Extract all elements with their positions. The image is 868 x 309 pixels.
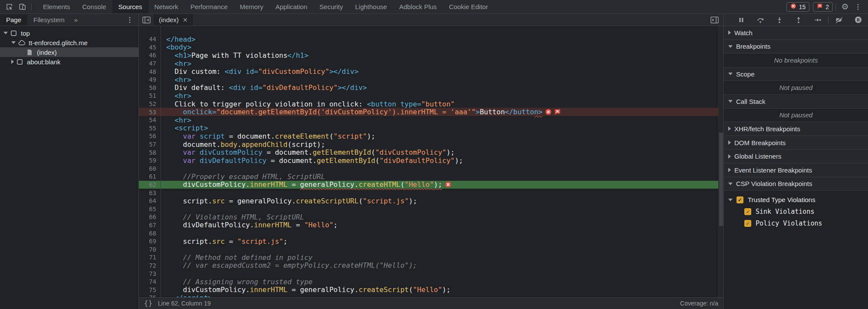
inline-error-icon[interactable]: [545, 109, 552, 115]
code-line-53[interactable]: 53 onclick="document.getElementById('div…: [139, 108, 723, 116]
code-line-54[interactable]: 54 <hr>: [139, 116, 723, 124]
line-number[interactable]: 74: [139, 278, 161, 286]
toggle-debugger-panel-icon[interactable]: [707, 14, 722, 26]
sidebar-section-watch[interactable]: Watch: [724, 26, 868, 40]
panel-tab-console[interactable]: Console: [76, 0, 112, 13]
sidebar-section-dom-breakpoints[interactable]: DOM Breakpoints: [724, 136, 868, 150]
line-number[interactable]: 61: [139, 173, 161, 181]
line-number[interactable]: 63: [139, 189, 161, 197]
checkbox-policy-violations[interactable]: ✓: [744, 220, 751, 227]
code-line-60[interactable]: 60: [139, 165, 723, 173]
line-number[interactable]: 64: [139, 197, 161, 205]
step-out-icon[interactable]: [789, 14, 808, 26]
panel-tab-network[interactable]: Network: [148, 0, 184, 13]
line-number[interactable]: 58: [139, 148, 161, 156]
tree-expander-icon[interactable]: [11, 60, 14, 64]
code-line-72[interactable]: 72 // var escapedCustom2 = emptyPolicy.c…: [139, 262, 723, 270]
panel-tab-elements[interactable]: Elements: [37, 0, 76, 13]
line-number[interactable]: 59: [139, 156, 161, 165]
line-number[interactable]: 47: [139, 60, 161, 68]
line-number[interactable]: 51: [139, 92, 161, 100]
code-line-76[interactable]: 76 </script>: [139, 294, 723, 297]
code-line-70[interactable]: 70: [139, 245, 723, 253]
panel-tab-security[interactable]: Security: [313, 0, 349, 13]
code-line-67[interactable]: 67 divDefaultPolicy.innerHTML = "Hello";: [139, 221, 723, 229]
line-number[interactable]: 48: [139, 67, 161, 76]
code-line-50[interactable]: 50 Div default: <div id="divDefaultPolic…: [139, 84, 723, 92]
line-number[interactable]: 44: [139, 35, 161, 43]
section-expander-icon[interactable]: [728, 100, 733, 103]
sidebar-section-global-listeners[interactable]: Global Listeners: [724, 150, 868, 163]
deactivate-breakpoints-icon[interactable]: [829, 14, 848, 26]
toggle-navigator-panel-icon[interactable]: [139, 14, 154, 26]
code-line-58[interactable]: 58 var divCustomPolicy = document.getEle…: [139, 148, 723, 156]
tree-item-index[interactable]: (index): [0, 47, 138, 57]
step-into-icon[interactable]: [770, 14, 789, 26]
pretty-print-button[interactable]: {}: [144, 299, 153, 307]
line-number[interactable]: 69: [139, 237, 161, 246]
code-line-51[interactable]: 51 <hr>: [139, 92, 723, 100]
tree-item-tt-enforced-glitch-me[interactable]: tt-enforced.glitch.me: [0, 38, 138, 47]
close-tab-icon[interactable]: ✕: [183, 17, 188, 23]
line-number[interactable]: 71: [139, 253, 161, 262]
inline-issue-icon[interactable]: [554, 109, 561, 115]
code-line-66[interactable]: 66 // Violations HTML, ScriptURL: [139, 213, 723, 221]
error-count-badge[interactable]: 15: [786, 2, 810, 12]
line-number[interactable]: 50: [139, 84, 161, 92]
breakpoint-item-trusted-type-violations[interactable]: ✓Trusted Type Violations: [724, 194, 868, 206]
code-line-45[interactable]: 45<body>: [139, 43, 723, 52]
tree-item-top[interactable]: top: [0, 28, 138, 38]
sidebar-section-event-listener-breakpoints[interactable]: Event Listener Breakpoints: [724, 163, 868, 177]
line-number[interactable]: 55: [139, 124, 161, 133]
line-number[interactable]: 70: [139, 245, 161, 253]
code-line-73[interactable]: 73: [139, 269, 723, 278]
code-line-52[interactable]: 52 Click to trigger policy violation in …: [139, 100, 723, 108]
panel-tab-cookie-editor[interactable]: Cookie Editor: [443, 0, 494, 13]
section-expander-icon[interactable]: [728, 168, 731, 172]
tree-expander-icon[interactable]: [3, 32, 8, 34]
code-editor[interactable]: 44</head>45<body>46 <h1>Page with TT vio…: [139, 26, 723, 297]
code-line-71[interactable]: 71 // Method not defined in policy: [139, 253, 723, 262]
line-number[interactable]: 66: [139, 213, 161, 221]
inspect-element-icon[interactable]: [3, 1, 16, 13]
code-line-74[interactable]: 74 // Assigning wrong trusted type: [139, 278, 723, 286]
code-line-49[interactable]: 49 <hr>: [139, 76, 723, 84]
panel-tab-memory[interactable]: Memory: [234, 0, 270, 13]
line-number[interactable]: 68: [139, 229, 161, 237]
code-line-55[interactable]: 55 <script>: [139, 124, 723, 133]
line-number[interactable]: 54: [139, 116, 161, 124]
sidebar-section-breakpoints[interactable]: Breakpoints: [724, 40, 868, 54]
pause-script-icon[interactable]: [732, 14, 751, 26]
checkbox-sink-violations[interactable]: ✓: [744, 208, 751, 215]
section-expander-icon[interactable]: [728, 45, 733, 48]
line-number[interactable]: 73: [139, 269, 161, 278]
sidebar-section-xhr-fetch-breakpoints[interactable]: XHR/fetch Breakpoints: [724, 122, 868, 136]
line-number[interactable]: 60: [139, 165, 161, 173]
panel-tab-lighthouse[interactable]: Lighthouse: [349, 0, 393, 13]
tree-item-about-blank[interactable]: about:blank: [0, 57, 138, 66]
section-expander-icon[interactable]: [728, 73, 733, 75]
section-expander-icon[interactable]: [728, 30, 731, 35]
line-number[interactable]: 52: [139, 100, 161, 108]
panel-tab-sources[interactable]: Sources: [112, 0, 148, 13]
device-toolbar-icon[interactable]: [16, 1, 29, 13]
line-number[interactable]: 75: [139, 286, 161, 294]
line-number[interactable]: 49: [139, 76, 161, 84]
code-line-68[interactable]: 68: [139, 229, 723, 237]
file-tab-index[interactable]: (index) ✕: [154, 14, 194, 26]
code-line-64[interactable]: 64 script.src = generalPolicy.createScri…: [139, 197, 723, 205]
line-number[interactable]: 56: [139, 132, 161, 140]
more-tabs-chevron[interactable]: »: [71, 14, 81, 26]
line-number[interactable]: 72: [139, 262, 161, 270]
section-expander-icon[interactable]: [728, 183, 733, 185]
section-expander-icon[interactable]: [728, 140, 731, 145]
navigator-tab-filesystem[interactable]: Filesystem: [27, 14, 71, 26]
editor-scrollbar[interactable]: [718, 26, 723, 297]
panel-tab-application[interactable]: Application: [270, 0, 313, 13]
line-number[interactable]: 53: [139, 108, 161, 116]
line-number[interactable]: 67: [139, 221, 161, 229]
checkbox-trusted-type-violations[interactable]: ✓: [736, 196, 743, 203]
breakpoint-item-policy-violations[interactable]: ✓Policy Violations: [724, 217, 868, 229]
tree-expander-icon[interactable]: [11, 41, 16, 44]
breakpoint-item-sink-violations[interactable]: ✓Sink Violations: [724, 206, 868, 217]
